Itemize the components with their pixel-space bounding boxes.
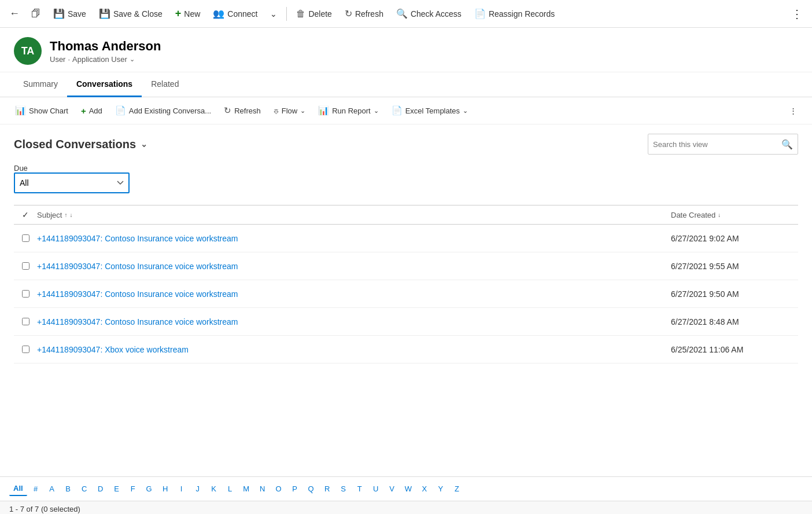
alpha-btn-q[interactable]: Q — [304, 482, 319, 495]
tab-summary[interactable]: Summary — [14, 72, 67, 97]
alpha-btn-u[interactable]: U — [368, 482, 383, 495]
excel-templates-button[interactable]: 📄 Excel Templates ⌄ — [386, 102, 474, 119]
alpha-btn-e[interactable]: E — [109, 482, 124, 495]
refresh-icon: ↻ — [345, 8, 352, 19]
reassign-icon: 📄 — [474, 8, 486, 19]
filter-select[interactable]: All Today This Week This Month — [14, 172, 130, 193]
run-report-button[interactable]: 📊 Run Report ⌄ — [312, 102, 384, 119]
toolbar-divider — [286, 7, 287, 21]
save-close-button[interactable]: 💾 Save & Close — [93, 5, 168, 23]
chart-icon: 📊 — [15, 105, 26, 116]
reassign-button[interactable]: 📄 Reassign Records — [468, 5, 560, 23]
row-date-0: 6/27/2021 9:02 AM — [671, 234, 798, 243]
connect-button[interactable]: 👥 Connect — [207, 5, 263, 23]
alpha-btn-k[interactable]: K — [206, 482, 222, 495]
alpha-btn-x[interactable]: X — [417, 482, 432, 495]
save-button[interactable]: 💾 Save — [47, 5, 92, 23]
sort-asc-icon[interactable]: ↑ — [64, 212, 67, 218]
view-title-chevron[interactable]: ⌄ — [141, 139, 147, 149]
sub-toolbar: 📊 Show Chart + Add 📄 Add Existing Conver… — [0, 97, 812, 124]
record-info: Thomas Anderson User · Application User … — [50, 39, 161, 64]
sub-refresh-button[interactable]: ↻ Refresh — [218, 102, 267, 119]
alpha-btn-g[interactable]: G — [142, 482, 157, 495]
delete-icon: 🗑 — [296, 9, 305, 19]
alpha-btn-r[interactable]: R — [320, 482, 335, 495]
alpha-btn-l[interactable]: L — [223, 482, 238, 495]
form-icon-button[interactable]: 🗍 — [25, 5, 46, 23]
sub-more-button[interactable]: ⋮ — [784, 103, 803, 119]
row-checkbox-0[interactable] — [14, 234, 37, 242]
table-row: +1441189093047: Xbox voice workstream 6/… — [14, 336, 798, 364]
add-button[interactable]: + Add — [75, 102, 108, 119]
flow-chevron: ⌄ — [300, 107, 305, 115]
alpha-btn-d[interactable]: D — [93, 482, 108, 495]
show-chart-button[interactable]: 📊 Show Chart — [9, 102, 74, 119]
row-subject-4: +1441189093047: Xbox voice workstream — [37, 345, 671, 354]
row-date-3: 6/27/2021 8:48 AM — [671, 317, 798, 326]
alpha-btn-#[interactable]: # — [28, 482, 43, 495]
delete-button[interactable]: 🗑 Delete — [290, 5, 337, 23]
row-checkbox-3[interactable] — [14, 318, 37, 325]
search-input[interactable] — [648, 140, 777, 149]
new-button[interactable]: + New — [169, 4, 206, 23]
subtitle-chevron[interactable]: ⌄ — [130, 56, 135, 63]
alpha-btn-m[interactable]: M — [239, 482, 254, 495]
refresh-button[interactable]: ↻ Refresh — [339, 5, 389, 23]
add-existing-button[interactable]: 📄 Add Existing Conversa... — [109, 102, 217, 119]
alpha-btn-all[interactable]: All — [9, 482, 27, 496]
row-date-2: 6/27/2021 9:50 AM — [671, 289, 798, 299]
check-access-button[interactable]: 🔍 Check Access — [390, 5, 467, 23]
alpha-btn-c[interactable]: C — [77, 482, 92, 495]
alpha-btn-j[interactable]: J — [190, 482, 205, 495]
content-area: Closed Conversations ⌄ 🔍 Due All Today T… — [0, 124, 812, 476]
alpha-btn-z[interactable]: Z — [449, 482, 464, 495]
row-checkbox-4[interactable] — [14, 346, 37, 353]
report-icon: 📊 — [318, 105, 329, 116]
view-header: Closed Conversations ⌄ 🔍 — [14, 134, 798, 155]
header-check: ✓ — [14, 210, 37, 219]
dropdown-button[interactable]: ⌄ — [264, 6, 283, 22]
row-link-4[interactable]: +1441189093047: Xbox voice workstream — [37, 345, 189, 354]
row-subject-0: +1441189093047: Contoso Insurance voice … — [37, 234, 671, 243]
date-sort-icon[interactable]: ↓ — [718, 212, 721, 218]
alpha-btn-f[interactable]: F — [126, 482, 141, 495]
pagination-text: 1 - 7 of 7 (0 selected) — [9, 505, 80, 513]
row-link-1[interactable]: +1441189093047: Contoso Insurance voice … — [37, 262, 238, 271]
tab-related[interactable]: Related — [142, 72, 188, 97]
alpha-btn-s[interactable]: S — [336, 482, 351, 495]
alpha-btn-b[interactable]: B — [61, 482, 76, 495]
row-link-3[interactable]: +1441189093047: Contoso Insurance voice … — [37, 317, 238, 326]
alpha-btn-i[interactable]: I — [174, 482, 189, 495]
chevron-down-icon: ⌄ — [270, 9, 277, 19]
table-row: +1441189093047: Contoso Insurance voice … — [14, 225, 798, 252]
alpha-btn-y[interactable]: Y — [433, 482, 448, 495]
back-button[interactable]: ← — [5, 4, 24, 23]
header-subject: Subject ↑ ↓ — [37, 211, 671, 219]
row-subject-3: +1441189093047: Contoso Insurance voice … — [37, 317, 671, 326]
row-subject-2: +1441189093047: Contoso Insurance voice … — [37, 289, 671, 299]
row-subject-1: +1441189093047: Contoso Insurance voice … — [37, 262, 671, 271]
sort-desc-icon[interactable]: ↓ — [69, 212, 72, 218]
add-icon: + — [81, 106, 86, 116]
row-checkbox-2[interactable] — [14, 290, 37, 298]
alpha-btn-o[interactable]: O — [271, 482, 286, 495]
connect-icon: 👥 — [213, 8, 224, 19]
row-link-0[interactable]: +1441189093047: Contoso Insurance voice … — [37, 234, 238, 243]
checkmark-icon[interactable]: ✓ — [22, 210, 29, 219]
table-row: +1441189093047: Contoso Insurance voice … — [14, 280, 798, 308]
alpha-btn-n[interactable]: N — [255, 482, 270, 495]
alpha-btn-v[interactable]: V — [385, 482, 400, 495]
status-bar: 1 - 7 of 7 (0 selected) — [0, 501, 812, 514]
tab-conversations[interactable]: Conversations — [67, 72, 142, 97]
alpha-btn-a[interactable]: A — [45, 482, 60, 495]
save-close-icon: 💾 — [99, 8, 110, 19]
flow-button[interactable]: ⎑ Flow ⌄ — [268, 102, 311, 119]
alpha-btn-p[interactable]: P — [287, 482, 302, 495]
search-button[interactable]: 🔍 — [777, 139, 798, 150]
alpha-btn-t[interactable]: T — [352, 482, 367, 495]
more-options-button[interactable]: ⋮ — [787, 3, 807, 24]
row-checkbox-1[interactable] — [14, 262, 37, 270]
alpha-btn-w[interactable]: W — [401, 482, 416, 495]
row-link-2[interactable]: +1441189093047: Contoso Insurance voice … — [37, 289, 238, 299]
alpha-btn-h[interactable]: H — [158, 482, 173, 495]
